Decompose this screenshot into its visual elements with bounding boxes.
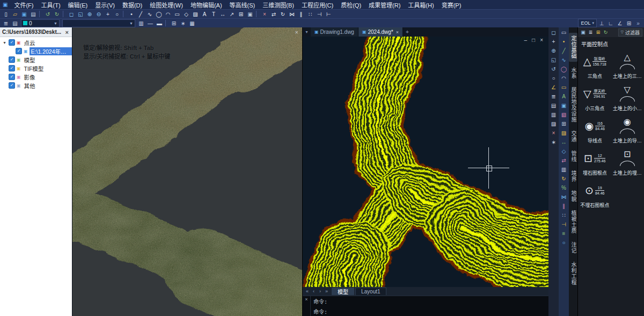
draw-point2-icon[interactable]: • [560, 38, 568, 46]
menu-item[interactable]: 质检(Q) [337, 0, 365, 9]
tree-item[interactable]: ✓ ▣ TIF模型 [0, 64, 72, 73]
open-file-icon[interactable]: ▱ [11, 10, 19, 18]
menu-item[interactable]: 工具(T) [38, 0, 64, 9]
draw-arc2-icon[interactable]: ◠ [560, 74, 568, 82]
checkbox[interactable]: ✓ [9, 74, 15, 80]
dimension-icon[interactable]: ↔ [218, 10, 227, 18]
measure-icon[interactable]: ↔ [560, 138, 568, 146]
category-tab[interactable]: 地貌 [569, 188, 577, 205]
panel-list-icon[interactable]: ≣ [587, 29, 594, 36]
layout-prev-button[interactable]: ‹ [311, 289, 317, 294]
mirror-icon[interactable]: ⋈ [288, 10, 296, 18]
drawing-tab[interactable]: ▣ 2024.dwg* × [358, 27, 403, 37]
symbol-card[interactable]: △ 土堆上的三… [611, 52, 644, 80]
select-icon[interactable]: ▭ [560, 28, 568, 37]
drawing-canvas[interactable]: –□× [303, 37, 548, 287]
symbol-card[interactable]: ⊡ 12 275.46 埋石图根点 [579, 148, 611, 176]
group-icon[interactable]: ⊞ [170, 19, 178, 27]
draw-rectangle-icon[interactable]: ▭ [173, 10, 181, 18]
draw-polyline-icon[interactable]: ∿ [145, 10, 154, 18]
erase2-icon[interactable]: × [550, 129, 558, 137]
menu-item[interactable]: 等高线(S) [226, 0, 259, 9]
extend-icon[interactable]: ⊢ [324, 10, 333, 18]
scale-icon[interactable]: % [560, 184, 568, 192]
expander-icon[interactable]: ▾ [2, 40, 7, 45]
command-close-icon[interactable]: × [303, 296, 311, 316]
match-icon[interactable]: ▥ [550, 111, 558, 119]
category-tab[interactable]: 交通 [569, 128, 577, 145]
zoom-realtime-icon[interactable]: ⊕ [550, 47, 558, 55]
undo-icon[interactable]: ↺ [43, 10, 52, 18]
move-icon[interactable]: ⇄ [269, 10, 278, 18]
menu-item[interactable]: 绘图处理(W) [146, 0, 187, 9]
mtext-icon[interactable]: T [209, 10, 218, 18]
pan-icon[interactable]: + [104, 10, 112, 18]
move2-icon[interactable]: ⇄ [560, 156, 568, 164]
orbit-view-icon[interactable]: ○ [550, 74, 558, 82]
tree-item-label[interactable]: E:\1.2024年数据处... [30, 47, 72, 55]
pan-view-icon[interactable]: + [550, 38, 558, 46]
zoom-in-icon[interactable]: ⊕ [85, 10, 94, 18]
menu-item[interactable]: 工具箱(H) [404, 0, 437, 9]
trim2-icon[interactable]: ⊣ [560, 220, 568, 228]
symbol-card[interactable]: ◉ I16 84.46 导线点 [579, 116, 611, 144]
hatch-icon[interactable]: ▨ [191, 10, 200, 18]
symbol-card[interactable]: ◉ 土堆上的导… [611, 116, 644, 144]
offset2-icon[interactable]: ∥ [560, 202, 568, 210]
draw-order-icon[interactable]: ▦ [188, 19, 196, 27]
zoom-previous-icon[interactable]: ↺ [550, 65, 558, 73]
symbol-card[interactable]: ▽ 摩天岭 294.91 小三角点 [579, 84, 611, 112]
polar-tracking-icon[interactable]: ∠ [616, 19, 624, 27]
restore-button[interactable]: □ [532, 38, 535, 43]
style-combo[interactable]: ▼ [62, 19, 135, 27]
new-file-icon[interactable]: ▯ [2, 10, 10, 18]
checkbox[interactable]: ✓ [9, 39, 15, 46]
trim-icon[interactable]: ⊣ [315, 10, 324, 18]
point-cloud-viewer[interactable]: 锁定/解除俯视: Shift + Tab 显示/关闭捕捉框: Ctrl + 鼠标… [72, 27, 302, 316]
draw-polyline2-icon[interactable]: ∿ [560, 56, 568, 64]
match-properties-icon[interactable]: ▥ [137, 19, 145, 27]
array2-icon[interactable]: ∷ [560, 211, 568, 219]
rotate2-icon[interactable]: ↻ [560, 175, 568, 183]
print-icon[interactable]: ▤ [29, 10, 38, 18]
tree-item-label[interactable]: 点云 [23, 39, 37, 47]
menu-item[interactable]: 成果管理(R) [365, 0, 404, 9]
panel-pin-icon[interactable]: ▣ [580, 29, 587, 36]
symbol-card[interactable]: △ 张湾岭 156.718 三角点 [579, 52, 611, 80]
tree-item-label[interactable]: 模型 [23, 56, 37, 64]
layer-manager-icon[interactable]: ≣ [2, 19, 10, 27]
layer-states-icon[interactable]: ▤ [11, 19, 19, 27]
tab-list-dropdown-icon[interactable]: ▼ [303, 27, 311, 37]
text-icon[interactable]: A [200, 10, 209, 18]
lineweight-icon[interactable]: ▬ [155, 19, 164, 27]
tree-item-label[interactable]: TIF模型 [23, 64, 46, 73]
category-tab[interactable]: 居民地及设施 [569, 84, 577, 125]
zoom-window-icon[interactable]: ◱ [76, 10, 85, 18]
zoom-window2-icon[interactable]: ◱ [550, 56, 558, 64]
drawing-tab[interactable]: ▣ Drawing1.dwg × [311, 27, 358, 37]
block2-icon[interactable]: ▣ [560, 102, 568, 110]
area-icon[interactable]: ◇ [560, 147, 568, 155]
ortho-icon[interactable]: ∟ [606, 19, 615, 27]
category-tab[interactable]: 植被土质 [569, 207, 577, 236]
layout-first-button[interactable]: « [304, 289, 310, 294]
osnap-icon[interactable]: ⊥ [597, 19, 606, 27]
tree-item[interactable]: ✓ ▣ 影像 [0, 73, 72, 81]
layout-last-button[interactable]: » [324, 289, 330, 294]
draw-rect2-icon[interactable]: ▭ [560, 83, 568, 91]
world-icon[interactable]: ○ [560, 239, 568, 247]
category-tab[interactable]: 定位基础 [569, 33, 577, 62]
close-button[interactable]: × [540, 38, 543, 43]
category-tab[interactable]: 管线 [569, 148, 577, 165]
settings-icon[interactable]: ≡ [560, 229, 568, 238]
copy-icon[interactable]: ▥ [560, 166, 568, 174]
symbol-card[interactable]: ⊙ 19 84.46 不埋石图根点 [579, 181, 611, 209]
checkbox[interactable]: ✓ [9, 82, 15, 89]
measure-angle-icon[interactable]: ∠ [550, 83, 558, 91]
text2-icon[interactable]: A [560, 92, 568, 100]
layout-tab[interactable]: Layout1 [355, 288, 386, 295]
zoom-out-icon[interactable]: ⊖ [94, 10, 103, 18]
menu-item[interactable]: 工程应用(C) [298, 0, 337, 9]
redo-icon[interactable]: ↻ [53, 10, 61, 18]
menu-item[interactable]: 地物编辑(A) [187, 0, 226, 9]
